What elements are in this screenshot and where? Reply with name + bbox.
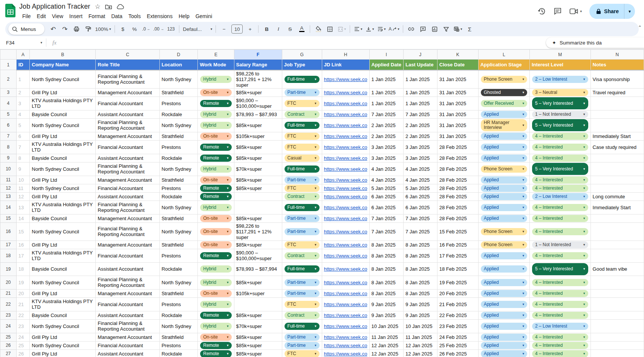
summarize-data-button[interactable]: ✦ Summarize this da	[546, 37, 644, 48]
cell-C20[interactable]: Financial Planning & Reporting Accountan…	[96, 276, 159, 289]
cell-F21[interactable]: $105k+super	[234, 289, 282, 297]
cell-I9[interactable]: 3 Jan 2025	[369, 154, 403, 162]
chip-caret-icon[interactable]: ▾	[315, 230, 317, 233]
cell-M14[interactable]: 4 – Interested▾	[529, 201, 590, 214]
dropdown-chip[interactable]: Applied▾	[481, 252, 527, 259]
cell-B7[interactable]: Grill Pty Ltd	[30, 132, 96, 140]
dropdown-chip[interactable]: 1 – Not Interested▾	[532, 111, 588, 118]
cell-M9[interactable]: 4 – Interested▾	[529, 154, 590, 162]
cell-G15[interactable]: Part-time▾	[282, 214, 322, 222]
jd-link[interactable]: https://www.seek.co	[324, 133, 367, 139]
chip-caret-icon[interactable]: ▾	[583, 254, 585, 257]
menu-tools[interactable]: Tools	[125, 13, 144, 20]
menu-view[interactable]: View	[49, 13, 66, 20]
cell-B2[interactable]: North Sydney Council	[30, 70, 96, 89]
cell-K19[interactable]: 18 Feb 2025	[437, 262, 478, 276]
dropdown-chip[interactable]: Remote▾	[200, 144, 231, 151]
jd-link[interactable]: https://www.seek.co	[324, 101, 367, 106]
cell-L4[interactable]: Offer Received▾	[478, 97, 529, 110]
dropdown-chip[interactable]: 4 – Interested▾	[532, 133, 588, 140]
row-header-5[interactable]: 5	[0, 110, 17, 118]
row-header-26[interactable]: 26	[0, 341, 17, 349]
cell-C5[interactable]: Assistant Accountant	[96, 110, 159, 118]
cell-K5[interactable]: 31 Jan 2025	[437, 110, 478, 118]
cell-M10[interactable]: 5 – Very Interested▾	[529, 162, 590, 176]
column-header-F[interactable]: F	[234, 50, 282, 60]
dropdown-chip[interactable]: 4 – Interested▾	[532, 290, 588, 297]
cell-G18[interactable]: Contract▾	[282, 249, 322, 262]
chip-caret-icon[interactable]: ▾	[583, 217, 585, 220]
cell-I25[interactable]: 11 Jan 2025	[369, 333, 403, 341]
jd-link[interactable]: https://www.seek.co	[324, 144, 367, 150]
cell-A12[interactable]: 11	[16, 184, 30, 192]
dropdown-chip[interactable]: FTC▾	[285, 144, 320, 151]
cell-E27[interactable]: Remote▾	[198, 349, 234, 357]
cell-I19[interactable]: 8 Jan 2025	[369, 262, 403, 276]
cell-J23[interactable]: 9 Jan 2025	[403, 311, 437, 319]
dropdown-chip[interactable]: 4 – Interested▾	[532, 204, 588, 211]
cell-D8[interactable]: Prestons	[159, 140, 198, 154]
cell-G11[interactable]: Part-time▾	[282, 176, 322, 184]
dropdown-chip[interactable]: Remote▾	[200, 185, 231, 192]
cell-N14[interactable]: Immediately Start	[590, 201, 644, 214]
dropdown-chip[interactable]: On-site▾	[200, 133, 231, 140]
dropdown-chip[interactable]: 1 – Not Interested▾	[532, 241, 588, 248]
chip-caret-icon[interactable]: ▾	[227, 344, 229, 347]
cell-J27[interactable]: 12 Jan 2025	[403, 349, 437, 357]
cell-B26[interactable]: North Sydney Council	[30, 341, 96, 349]
chip-caret-icon[interactable]: ▾	[315, 102, 317, 105]
cell-L20[interactable]: Applied▾	[478, 276, 529, 289]
row-header-1[interactable]: 1	[0, 60, 17, 70]
cell-J20[interactable]: 8 Jan 2025	[403, 276, 437, 289]
cell-H8[interactable]: https://www.seek.co	[322, 140, 369, 154]
strikethrough-button[interactable]: S	[284, 24, 296, 34]
cell-L12[interactable]: Applied▾	[478, 184, 529, 192]
cell-H23[interactable]: https://www.seek.co	[322, 311, 369, 319]
header-cell-N1[interactable]: Notes	[590, 60, 644, 70]
dropdown-chip[interactable]: 5 – Very Interested▾	[532, 97, 588, 109]
chip-caret-icon[interactable]: ▾	[583, 352, 585, 355]
cell-D6[interactable]: North Sydney	[159, 118, 198, 132]
cell-B9[interactable]: Bayside Council	[30, 154, 96, 162]
cell-G6[interactable]: Full-time▾	[282, 118, 322, 132]
cell-I10[interactable]: 4 Jan 2025	[369, 162, 403, 176]
menu-gemini[interactable]: Gemini	[193, 13, 215, 20]
menus-search-button[interactable]: Menus	[8, 23, 44, 35]
cell-L11[interactable]: Applied▾	[478, 176, 529, 184]
cell-M19[interactable]: 5 – Very Interested▾	[529, 262, 590, 276]
chip-caret-icon[interactable]: ▾	[315, 254, 317, 257]
column-header-L[interactable]: L	[478, 50, 529, 60]
cell-C10[interactable]: Financial Planning & Reporting Accountan…	[96, 162, 159, 176]
row-header-11[interactable]: 11	[0, 176, 17, 184]
chip-caret-icon[interactable]: ▾	[315, 124, 317, 127]
cell-B23[interactable]: Bayside Council	[30, 311, 96, 319]
sheets-logo-icon[interactable]	[5, 4, 15, 19]
create-filter-button[interactable]	[441, 24, 452, 34]
menu-edit[interactable]: Edit	[34, 13, 49, 20]
cell-F12[interactable]: $85k+super	[234, 184, 282, 192]
cell-H15[interactable]: https://www.seek.co	[322, 214, 369, 222]
cell-K22[interactable]: 21 Feb 2025	[437, 297, 478, 311]
insert-comment-button[interactable]	[417, 24, 429, 34]
chip-caret-icon[interactable]: ▾	[315, 243, 317, 247]
cell-C18[interactable]: Financial Accountant	[96, 249, 159, 262]
dropdown-chip[interactable]: On-site▾	[200, 89, 231, 96]
cell-K12[interactable]: 28 Feb 2025	[437, 184, 478, 192]
print-button[interactable]	[71, 24, 83, 34]
dropdown-chip[interactable]: Applied▾	[481, 144, 527, 151]
cell-F5[interactable]: $78,993 – $87,993	[234, 110, 282, 118]
cell-N7[interactable]: Immediately Start	[590, 132, 644, 140]
chip-caret-icon[interactable]: ▾	[315, 217, 317, 220]
cell-I6[interactable]: 2 Jan 2025	[369, 118, 403, 132]
cell-N5[interactable]	[590, 110, 644, 118]
cell-D11[interactable]: Strathfield	[159, 176, 198, 184]
cell-J22[interactable]: 9 Jan 2025	[403, 297, 437, 311]
cell-H24[interactable]: https://www.seek.co	[322, 319, 369, 333]
dropdown-chip[interactable]: Applied▾	[481, 111, 527, 118]
dropdown-chip[interactable]: Remote▾	[200, 312, 231, 319]
cell-L3[interactable]: Ghosted▾	[478, 88, 529, 97]
cell-L7[interactable]: Applied▾	[478, 132, 529, 140]
cell-I26[interactable]: 12 Jan 2025	[369, 341, 403, 349]
cell-B17[interactable]: Grill Pty Ltd	[30, 241, 96, 249]
cell-B11[interactable]: Grill Pty Ltd	[30, 176, 96, 184]
